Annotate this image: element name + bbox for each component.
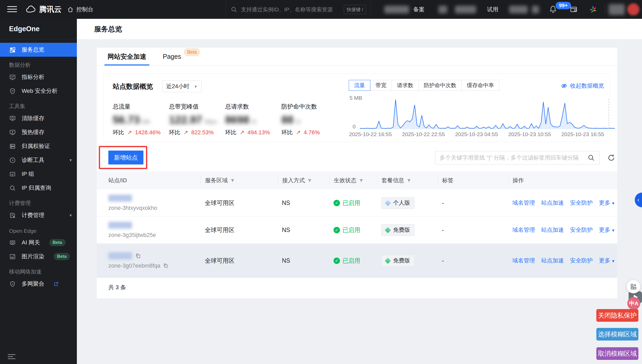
metric-tab-protection-hits[interactable]: 防护命中次数 bbox=[418, 80, 462, 91]
brand-text: 腾讯云 bbox=[39, 4, 62, 15]
action-more[interactable]: 更多▼ bbox=[599, 199, 615, 207]
external-link-icon bbox=[53, 281, 59, 287]
plan-diamond-icon bbox=[385, 258, 391, 264]
action-site-acceleration[interactable]: 站点加速 bbox=[541, 257, 564, 264]
purge-cache-icon bbox=[9, 115, 16, 122]
table-row[interactable]: zone-3htxyvqxokho 全球可用区 NS ✓已启用 个人版 - 域名… bbox=[97, 189, 617, 217]
diagnose-bolt-icon bbox=[9, 157, 16, 164]
stat-protection-hits: 防护命中次数 88次 环比↗4.76% bbox=[281, 103, 338, 136]
notification-count-badge[interactable]: 99+ bbox=[556, 2, 571, 9]
filter-funnel-icon[interactable] bbox=[359, 178, 363, 183]
y-axis-zero-label: 0 bbox=[353, 123, 356, 130]
metric-tab-bandwidth[interactable]: 带宽 bbox=[370, 80, 392, 91]
blurred-stat-value: 56.73MB bbox=[113, 114, 169, 126]
action-security-protection[interactable]: 安全防护 bbox=[570, 226, 593, 234]
sidebar-item-web-security-analysis[interactable]: Web 安全分析 bbox=[0, 84, 77, 98]
overview-title: 站点数据概览 bbox=[113, 82, 153, 91]
sidebar-item-purge-cache[interactable]: 清除缓存 bbox=[0, 111, 77, 125]
blurred-site-name-link[interactable] bbox=[108, 195, 132, 202]
filter-funnel-icon[interactable] bbox=[307, 178, 312, 183]
site-filter-input[interactable]: 多个关键字用竖线 "|" 分隔，多个过滤标签用回车键分隔 bbox=[435, 151, 599, 164]
action-more[interactable]: 更多▼ bbox=[599, 226, 615, 234]
action-security-protection[interactable]: 安全防护 bbox=[570, 257, 593, 264]
table-row[interactable]: zone-3g07eebm8fqa 全球可用区 NS ✓已启用 免费版 - 域名… bbox=[97, 244, 617, 278]
stat-total-requests: 总请求数 8698次 环比↗494.13% bbox=[225, 103, 281, 136]
add-site-button[interactable]: 新增站点 bbox=[108, 151, 143, 164]
pinwheel-assistant-icon[interactable] bbox=[589, 0, 597, 19]
refresh-icon[interactable] bbox=[607, 153, 616, 162]
redacted-nav-item[interactable] bbox=[509, 6, 528, 13]
hamburger-menu-icon[interactable] bbox=[7, 6, 17, 13]
widget-grid-sparkle-button[interactable] bbox=[627, 280, 640, 293]
status-badge: ✓已启用 bbox=[334, 257, 360, 265]
sidebar-section-open-edge: Open Edge bbox=[0, 224, 77, 236]
redacted-nav-item[interactable] bbox=[438, 6, 447, 13]
redacted-account-name[interactable] bbox=[609, 4, 625, 15]
metric-tab-traffic[interactable]: 流量 bbox=[349, 80, 370, 91]
tab-pages[interactable]: Pages Beta bbox=[163, 48, 181, 65]
metric-tab-cache-hit-rate[interactable]: 缓存命中率 bbox=[461, 80, 499, 91]
cancel-blur-region-button[interactable]: 取消模糊区域 bbox=[596, 347, 638, 360]
redacted-nav-item[interactable] bbox=[532, 6, 539, 13]
filter-funnel-icon[interactable] bbox=[230, 178, 235, 183]
sidebar-item-prefetch-cache[interactable]: 预热缓存 bbox=[0, 125, 77, 139]
home-icon bbox=[67, 6, 74, 13]
tab-site-acceleration[interactable]: 网站安全加速 bbox=[108, 48, 146, 65]
sidebar-item-service-overview[interactable]: 服务总览 bbox=[0, 43, 77, 57]
action-site-acceleration[interactable]: 站点加速 bbox=[541, 226, 564, 234]
brand[interactable]: 腾讯云 bbox=[26, 0, 62, 19]
status-badge: ✓已启用 bbox=[334, 199, 360, 207]
ratio-up-arrow: ↗ bbox=[296, 129, 300, 136]
copy-icon[interactable] bbox=[163, 263, 168, 268]
prefetch-download-icon bbox=[9, 129, 16, 136]
search-icon bbox=[231, 6, 237, 13]
filter-funnel-icon[interactable] bbox=[407, 178, 411, 183]
global-search-input[interactable]: 支持通过实例ID、IP、名称等搜索资源 快捷键 / bbox=[226, 0, 371, 19]
sidebar-section-toolset: 工具集 bbox=[0, 100, 77, 111]
time-range-select[interactable]: 近24小时 ▼ bbox=[162, 80, 201, 92]
sidebar-item-ownership-verification[interactable]: 归属权验证 bbox=[0, 139, 77, 153]
monitor-chart-icon bbox=[9, 74, 16, 81]
col-plan: 套餐信息 bbox=[377, 175, 438, 186]
redacted-nav-item[interactable] bbox=[455, 6, 476, 13]
translate-button[interactable]: 中A bbox=[627, 297, 640, 310]
action-domain-management[interactable]: 域名管理 bbox=[512, 226, 535, 234]
metric-tab-requests[interactable]: 请求数 bbox=[392, 80, 419, 91]
search-icon[interactable] bbox=[587, 154, 595, 162]
table-row[interactable]: zone-3g35ijtwb25e 全球可用区 NS ✓已启用 免费版 - 域名… bbox=[97, 217, 617, 244]
select-blur-region-button[interactable]: 选择模糊区域 bbox=[596, 328, 638, 341]
privacy-off-button[interactable]: 关闭隐私保护 bbox=[596, 309, 638, 322]
blurred-stat-value: 88次 bbox=[281, 114, 338, 126]
blurred-stat-value: 122.97Mbps bbox=[169, 114, 225, 126]
collapse-overview-link[interactable]: 收起数据概览 bbox=[561, 82, 604, 90]
server-icon bbox=[9, 143, 16, 150]
sidebar-item-multi-network[interactable]: 多网聚合 bbox=[0, 277, 77, 291]
blurred-site-name-link[interactable] bbox=[108, 252, 132, 259]
sidebar-collapse-button[interactable] bbox=[8, 354, 15, 360]
copy-icon[interactable] bbox=[135, 253, 141, 259]
sidebar-item-diagnostic-tools[interactable]: 诊断工具 ▾ bbox=[0, 153, 77, 167]
console-settings-icon[interactable] bbox=[570, 0, 578, 19]
chevron-down-icon: ▼ bbox=[194, 84, 198, 89]
redacted-nav-item[interactable] bbox=[384, 6, 409, 13]
sidebar-item-billing[interactable]: 计费管理 ▾ bbox=[0, 208, 77, 222]
console-link[interactable]: 控制台 bbox=[67, 0, 93, 19]
action-domain-management[interactable]: 域名管理 bbox=[512, 257, 535, 264]
sidebar-item-metric-analysis[interactable]: 指标分析 bbox=[0, 70, 77, 84]
trial-link[interactable]: 试用 bbox=[487, 0, 498, 19]
sidebar-item-ip-lookup[interactable]: IP 归属查询 bbox=[0, 181, 77, 195]
col-status: 生效状态 bbox=[329, 175, 377, 186]
action-security-protection[interactable]: 安全防护 bbox=[570, 199, 593, 207]
user-avatar[interactable] bbox=[627, 3, 639, 15]
plan-diamond-icon bbox=[385, 227, 391, 233]
sidebar-item-ip-group[interactable]: IP IP 组 bbox=[0, 167, 77, 181]
action-more[interactable]: 更多▼ bbox=[599, 257, 615, 264]
search-placeholder: 支持通过实例ID、IP、名称等搜索资源 bbox=[241, 6, 340, 13]
col-actions: 操作 bbox=[508, 175, 617, 186]
sidebar-item-image-render[interactable]: 图片渲染 Beta bbox=[0, 250, 77, 263]
beian-link[interactable]: 备案 bbox=[413, 0, 425, 19]
action-site-acceleration[interactable]: 站点加速 bbox=[541, 199, 564, 207]
blurred-site-name-link[interactable] bbox=[108, 222, 132, 229]
sidebar-item-ai-gateway[interactable]: AI 网关 Beta bbox=[0, 236, 77, 250]
action-domain-management[interactable]: 域名管理 bbox=[512, 199, 535, 207]
